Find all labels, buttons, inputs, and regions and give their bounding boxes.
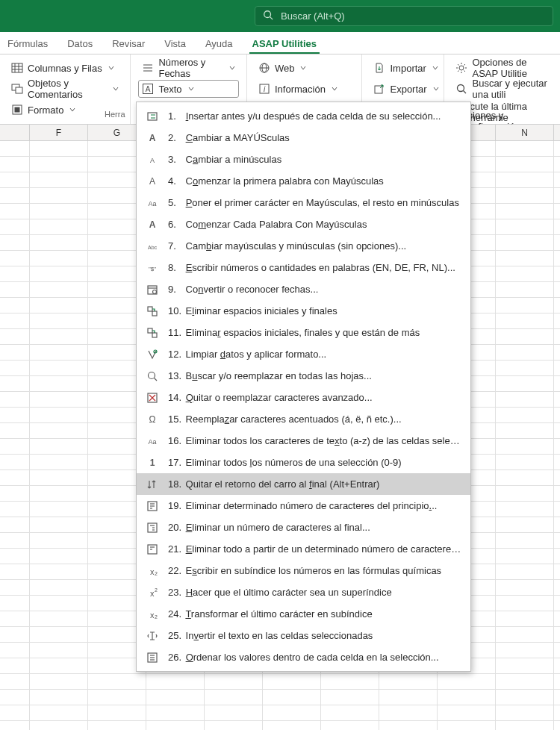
cell[interactable] [30, 266, 88, 281]
cell[interactable] [0, 705, 30, 720]
cell[interactable] [30, 408, 88, 422]
cell[interactable] [496, 721, 554, 730]
cell[interactable] [30, 392, 88, 407]
cell[interactable] [0, 345, 30, 360]
cell[interactable] [496, 251, 554, 266]
numeros-y-fechas-button[interactable]: Números y Fechas [138, 59, 239, 77]
cell[interactable] [30, 580, 88, 595]
cell[interactable] [0, 423, 30, 438]
menu-item-2[interactable]: A2. Cambiar a MAYÚSculas [137, 127, 470, 149]
cell[interactable] [496, 157, 554, 172]
tab-revisar[interactable]: Revisar [109, 34, 148, 54]
cell[interactable] [205, 705, 263, 720]
cell[interactable] [496, 455, 554, 469]
cell[interactable] [496, 674, 554, 689]
cell[interactable] [30, 658, 88, 673]
cell[interactable] [496, 376, 554, 391]
menu-item-13[interactable]: 13. Buscar y/o reemplazar en todas las h… [137, 365, 470, 387]
menu-item-1[interactable]: 1. Insertar antes y/u después de cada ce… [137, 105, 470, 127]
cell[interactable] [0, 470, 30, 485]
cell[interactable] [496, 172, 554, 187]
menu-item-11[interactable]: 11. Eliminar espacios iniciales, finales… [137, 322, 470, 343]
tab-formulas[interactable]: Fórmulas [4, 34, 51, 54]
cell[interactable] [496, 235, 554, 250]
cell[interactable] [496, 266, 554, 281]
cell[interactable] [496, 705, 554, 720]
menu-item-7[interactable]: Abc7. Cambiar mayúsculas y minúsculas (s… [137, 235, 470, 257]
cell[interactable] [0, 235, 30, 250]
cell[interactable] [379, 674, 438, 689]
cell[interactable] [0, 172, 30, 187]
cell[interactable] [30, 674, 88, 689]
cell[interactable] [496, 564, 554, 579]
cell[interactable] [0, 376, 30, 391]
cell[interactable] [0, 282, 30, 297]
cell[interactable] [496, 423, 554, 438]
cell[interactable] [496, 219, 554, 234]
cell[interactable] [438, 690, 496, 705]
cell[interactable] [205, 721, 263, 730]
cell[interactable] [0, 517, 30, 532]
cell[interactable] [321, 674, 379, 689]
menu-item-22[interactable]: x222. Escribir en subíndice los números … [137, 560, 470, 581]
menu-item-18[interactable]: 18. Quitar el retorno del carro al final… [137, 473, 470, 495]
menu-item-25[interactable]: 25. Invertir el texto en las celdas sele… [137, 625, 470, 646]
cell[interactable] [0, 329, 30, 344]
menu-item-8[interactable]: "$"8. Escribir números o cantidades en p… [137, 257, 470, 278]
opciones-asap-button[interactable]: Opciones de ASAP Utilitie [452, 59, 553, 77]
search-box[interactable]: Buscar (Alt+Q) [255, 6, 553, 26]
cell[interactable] [0, 188, 30, 203]
tab-vista[interactable]: Vista [161, 34, 189, 54]
col-header[interactable]: N [496, 125, 554, 140]
cell[interactable] [496, 643, 554, 658]
cell[interactable] [30, 611, 88, 626]
cell[interactable] [0, 502, 30, 517]
cell[interactable] [0, 658, 30, 673]
cell[interactable] [30, 298, 88, 313]
cell[interactable] [438, 721, 496, 730]
cell[interactable] [0, 392, 30, 407]
cell[interactable] [496, 282, 554, 297]
cell[interactable] [30, 204, 88, 219]
cell[interactable] [30, 564, 88, 579]
cell[interactable] [0, 439, 30, 454]
web-button[interactable]: Web [255, 59, 355, 77]
texto-button[interactable]: A Texto [138, 80, 239, 98]
menu-item-21[interactable]: 21. Eliminar todo a partir de un determi… [137, 538, 470, 560]
buscar-ejecutar-button[interactable]: Buscar y ejecutar una utili [452, 80, 553, 98]
cell[interactable] [0, 533, 30, 548]
cell[interactable] [146, 690, 205, 705]
cell[interactable] [88, 705, 146, 720]
cell[interactable] [30, 141, 88, 156]
cell[interactable] [0, 564, 30, 579]
cell[interactable] [263, 721, 321, 730]
cell[interactable] [30, 596, 88, 611]
cell[interactable] [0, 643, 30, 658]
cell[interactable] [30, 721, 88, 730]
cell[interactable] [496, 439, 554, 454]
cell[interactable] [30, 251, 88, 266]
cell[interactable] [0, 251, 30, 266]
menu-item-6[interactable]: A6. Comenzar Cada Palabra Con Mayúsculas [137, 213, 470, 235]
cell[interactable] [0, 627, 30, 642]
cell[interactable] [496, 392, 554, 407]
menu-item-19[interactable]: 19. Eliminar determinado número de carac… [137, 495, 470, 517]
menu-item-20[interactable]: 20. Eliminar un número de caracteres al … [137, 517, 470, 538]
menu-item-16[interactable]: Aa16. Eliminar todos los caracteres de t… [137, 430, 470, 452]
cell[interactable] [496, 549, 554, 564]
cell[interactable] [88, 721, 146, 730]
cell[interactable] [321, 721, 379, 730]
cell[interactable] [88, 674, 146, 689]
cell[interactable] [0, 674, 30, 689]
cell[interactable] [496, 361, 554, 375]
cell[interactable] [30, 455, 88, 469]
cell[interactable] [30, 549, 88, 564]
menu-item-12[interactable]: 12. Limpiar datos y aplicar formato... [137, 343, 470, 365]
cell[interactable] [146, 674, 205, 689]
tab-ayuda[interactable]: Ayuda [202, 34, 236, 54]
cell[interactable] [0, 408, 30, 422]
cell[interactable] [496, 627, 554, 642]
cell[interactable] [0, 313, 30, 328]
cell[interactable] [496, 298, 554, 313]
cell[interactable] [496, 690, 554, 705]
